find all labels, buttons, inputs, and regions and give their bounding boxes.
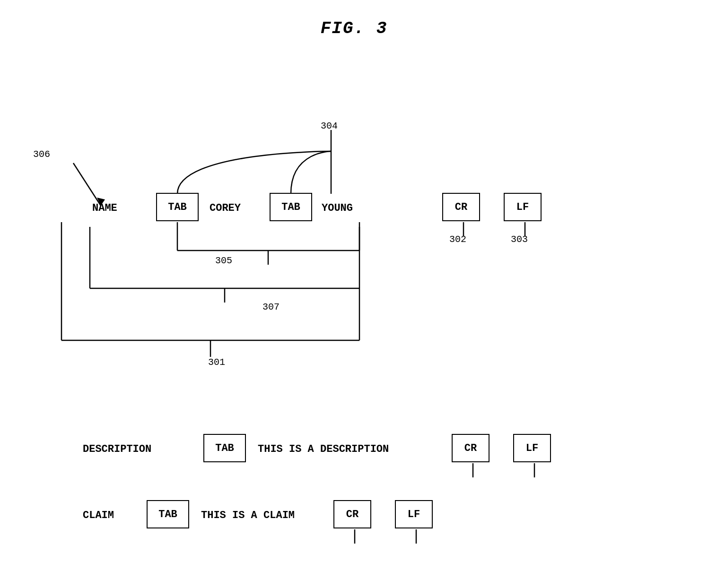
box-cr2: CR — [452, 434, 489, 462]
box-lf2: LF — [513, 434, 551, 462]
ref-305: 305 — [215, 255, 232, 266]
label-name: NAME — [92, 202, 117, 214]
box-tab4: TAB — [147, 500, 189, 528]
ref-303: 303 — [511, 234, 528, 245]
ref-304: 304 — [321, 121, 338, 131]
ref-307: 307 — [262, 302, 280, 312]
box-cr3: CR — [333, 500, 371, 528]
label-corey: COREY — [210, 202, 241, 214]
svg-line-1 — [73, 163, 101, 206]
label-description: DESCRIPTION — [83, 443, 151, 455]
figure-title: FIG. 3 — [0, 0, 708, 38]
label-this-is-claim: THIS IS A CLAIM — [201, 510, 295, 521]
box-tab2: TAB — [270, 193, 312, 221]
ref-301: 301 — [208, 357, 225, 368]
box-lf1: LF — [504, 193, 542, 221]
label-young: YOUNG — [322, 202, 353, 214]
label-this-is-description: THIS IS A DESCRIPTION — [258, 443, 389, 455]
box-lf3: LF — [395, 500, 433, 528]
ref-306: 306 — [33, 149, 50, 160]
box-tab3: TAB — [203, 434, 246, 462]
box-tab1: TAB — [156, 193, 199, 221]
box-cr1: CR — [442, 193, 480, 221]
label-claim: CLAIM — [83, 510, 114, 521]
ref-302: 302 — [449, 234, 466, 245]
